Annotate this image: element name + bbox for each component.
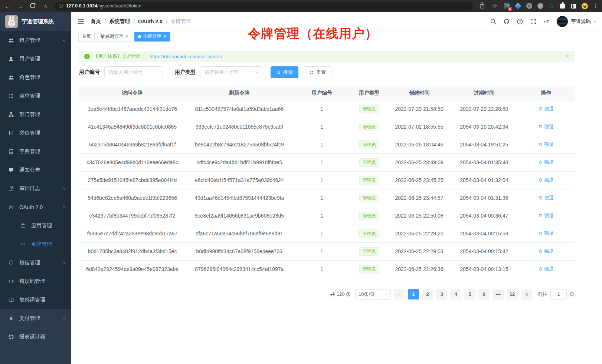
sidebar-item-errcode[interactable]: 错误码管理 (0, 272, 71, 291)
tab-close-icon[interactable]: ✕ (163, 34, 167, 39)
app-logo-avatar (5, 15, 18, 28)
user-type-select[interactable]: 请选择用户类型 (200, 66, 262, 78)
goto-page-input[interactable]: 1 (550, 289, 567, 300)
page-button-3[interactable]: 3 (436, 289, 447, 300)
sidebar-item-label: 报表设计器 (19, 334, 65, 340)
green-star-extension-icon[interactable]: ✩ (548, 3, 554, 9)
action-cell: 强退 (517, 153, 575, 171)
prev-page-button[interactable] (394, 289, 405, 300)
force-logout-link[interactable]: 强退 (538, 123, 554, 130)
user-id-input[interactable]: 请输入用户编号 (104, 66, 163, 78)
sidebar-item-label: 短信管理 (19, 259, 58, 266)
page-size-select[interactable]: 10条/页 (355, 289, 391, 300)
sidebar-item-post[interactable]: 岗位管理 (0, 124, 71, 142)
app-logo-row[interactable]: 芋道管理系统 (0, 12, 71, 31)
sidebar-item-oauth2-token[interactable]: 令牌管理 (0, 235, 71, 254)
extension-grid-icon[interactable]: 9 (504, 3, 510, 9)
sidebar-item-tenant[interactable]: 租户管理 (0, 31, 71, 50)
olive-extension-icon[interactable] (537, 3, 543, 9)
page-button-12[interactable]: 12 (507, 289, 518, 300)
page-button-5[interactable]: 5 (464, 289, 475, 300)
fullscreen-icon[interactable] (530, 18, 537, 25)
sidebar-item-label: 敏感词管理 (19, 297, 65, 303)
breadcrumb-item[interactable]: 系统管理 (109, 18, 130, 25)
refresh-token-cell: be90422b8c7946218275a508bf524fc9 (186, 136, 293, 153)
browser-menu-icon[interactable]: ⋮ (593, 3, 598, 9)
sidebar-item-sms[interactable]: 短信管理 (0, 254, 71, 272)
help-icon[interactable]: ? (517, 18, 523, 25)
browser-home-icon[interactable]: ⌂ (42, 3, 49, 9)
gray-extension-icon[interactable] (526, 3, 532, 9)
browser-forward-icon[interactable]: → (16, 3, 24, 9)
sidebar-item-oauth2-app[interactable]: 应用管理 (0, 216, 71, 235)
github-icon[interactable] (503, 18, 510, 25)
search-button[interactable]: 搜索 (271, 66, 298, 78)
alert-close-icon[interactable]: ✕ (565, 53, 569, 59)
created-time-cell: 2022-06-25 22:50:08 (388, 207, 451, 225)
sidebar-item-role[interactable]: 角色管理 (0, 68, 71, 87)
expire-time-cell: 2054-03-04 19:51:25 (451, 136, 517, 153)
user-type-badge: 管理员 (359, 194, 379, 202)
expire-time-cell: 2054-03-04 01:35:48 (451, 153, 517, 171)
access-token-cell: 54d6be82ee5a460a9aedc1f9bf223656 (79, 189, 186, 207)
sidebar-item-user[interactable]: 用户管理 (0, 50, 71, 68)
sidebar-item-dict[interactable]: 字典管理 (0, 142, 71, 161)
tab-close-icon[interactable]: ✕ (125, 34, 128, 39)
force-logout-link[interactable]: 强退 (538, 159, 554, 166)
page-ellipsis-button[interactable]: ••• (493, 289, 504, 300)
breadcrumb-item[interactable]: 首页 (91, 18, 101, 25)
reset-button[interactable]: 重置 (304, 66, 331, 78)
bookmark-star-icon[interactable]: ☆ (491, 3, 498, 9)
force-logout-link[interactable]: 强退 (538, 177, 554, 183)
pay-icon: ¥ (8, 315, 14, 321)
doc-link[interactable]: https://doc.iocoder.cn/user-center/ (150, 54, 222, 59)
font-size-icon[interactable]: TT (543, 18, 550, 25)
tab-首页[interactable]: 首页 (78, 32, 95, 42)
browser-refresh-icon[interactable] (29, 2, 36, 10)
page-button-6[interactable]: 6 (478, 289, 490, 300)
force-logout-link[interactable]: 强退 (538, 230, 554, 237)
tab-敏感词管理[interactable]: 敏感词管理✕ (97, 32, 132, 42)
user-caret-icon (593, 19, 596, 22)
site-info-icon[interactable]: ⓘ (59, 3, 63, 9)
page-button-2[interactable]: 2 (422, 289, 433, 300)
search-icon[interactable] (490, 18, 497, 25)
force-logout-link[interactable]: 强退 (538, 266, 554, 272)
page-button-1[interactable]: 1 (408, 289, 419, 300)
sidebar-item-oauth2[interactable]: OAuth 2.0 (0, 198, 71, 216)
force-logout-link[interactable]: 强退 (538, 141, 554, 148)
force-logout-link[interactable]: 强退 (538, 248, 554, 255)
next-page-button[interactable] (521, 289, 532, 300)
user-type-cell: 管理员 (351, 207, 388, 225)
profile-smiley-icon[interactable] (582, 3, 588, 9)
user-type-badge: 管理员 (359, 140, 379, 149)
sidebar-item-label: 角色管理 (19, 74, 65, 81)
user-id-cell: 1 (293, 225, 351, 242)
chevron-down-icon (63, 38, 66, 41)
sensitive-word-icon (8, 297, 14, 303)
action-cell: 强退 (517, 207, 575, 225)
access-token-cell: 1ea5e44f8bc1467aaede43144f31de76 (79, 100, 186, 118)
tab-令牌管理[interactable]: 令牌管理✕ (134, 32, 170, 42)
force-logout-link[interactable]: 强退 (538, 212, 554, 219)
sidebar-item-audit[interactable]: 审计日志 (0, 179, 71, 198)
user-type-badge: 管理员 (359, 212, 379, 220)
gem-extension-icon[interactable] (515, 3, 521, 9)
breadcrumb-item[interactable]: OAuth 2.0 (138, 19, 163, 24)
address-bar[interactable]: ⓘ 127.0.0.1:1024/system/oauth2/token (54, 2, 473, 10)
share-icon[interactable] (478, 2, 486, 10)
sidebar-item-report[interactable]: 报表设计器 (0, 328, 71, 346)
sidebar-item-notice[interactable]: 通知公告 (0, 161, 71, 179)
browser-back-icon[interactable]: ← (4, 3, 11, 9)
sidebar-item-pay[interactable]: ¥支付管理 (0, 309, 71, 328)
force-logout-link[interactable]: 强退 (538, 106, 554, 112)
sidebar-item-menu[interactable]: 菜单管理 (0, 87, 71, 105)
sidebar-collapse-icon[interactable] (77, 18, 85, 25)
page-button-4[interactable]: 4 (450, 289, 461, 300)
force-logout-link[interactable]: 强退 (538, 195, 554, 201)
split-screen-icon[interactable] (570, 3, 577, 9)
sidebar-item-sensitive[interactable]: 敏感词管理 (0, 291, 71, 309)
sidebar-item-dept[interactable]: 部门管理 (0, 105, 71, 124)
puzzle-extensions-icon[interactable] (559, 3, 566, 9)
user-menu[interactable]: 芋道源码 (557, 16, 596, 27)
